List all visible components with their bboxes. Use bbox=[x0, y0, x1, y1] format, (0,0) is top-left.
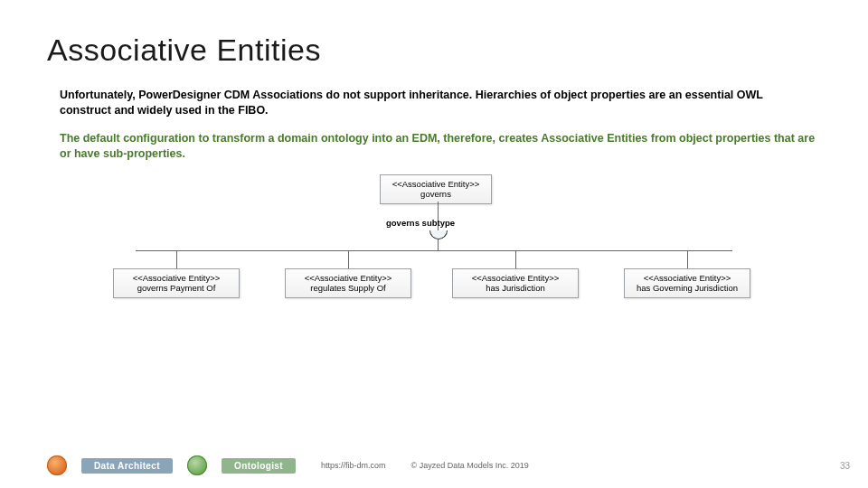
slide-title: Associative Entities bbox=[47, 33, 821, 68]
child-entity-box: <<Associative Entity>> has Governing Jur… bbox=[624, 268, 750, 299]
role-label-ontologist: Ontologist bbox=[222, 458, 296, 474]
connector-line bbox=[176, 250, 177, 268]
connector-line bbox=[515, 250, 516, 268]
child-entity-name: regulates Supply Of bbox=[310, 283, 385, 293]
inheritance-edge-label: governs subtype bbox=[386, 218, 455, 228]
body-paragraph-1: Unfortunately, PowerDesigner CDM Associa… bbox=[60, 88, 817, 118]
child-entity-name: has Governing Jurisdiction bbox=[637, 283, 738, 293]
inheritance-symbol-icon bbox=[429, 230, 448, 239]
child-entity-box: <<Associative Entity>> governs Payment O… bbox=[113, 268, 240, 299]
child-entity-name: governs Payment Of bbox=[137, 283, 216, 293]
connector-line bbox=[438, 239, 439, 250]
slide-footer: Data Architect Ontologist https://fib-dm… bbox=[47, 455, 850, 475]
child-entity-box: <<Associative Entity>> has Jurisdiction bbox=[452, 268, 579, 299]
connector-line bbox=[348, 250, 349, 268]
stereotype-label: <<Associative Entity>> bbox=[119, 273, 233, 284]
data-architect-avatar-icon bbox=[47, 455, 67, 475]
page-number: 33 bbox=[840, 461, 850, 471]
child-entity-box: <<Associative Entity>> regulates Supply … bbox=[285, 268, 411, 299]
footer-copyright: © Jayzed Data Models Inc. 2019 bbox=[411, 461, 529, 470]
parent-entity-name: governs bbox=[420, 189, 451, 199]
stereotype-label: <<Associative Entity>> bbox=[458, 273, 572, 284]
stereotype-label: <<Associative Entity>> bbox=[291, 273, 405, 284]
hierarchy-diagram: <<Associative Entity>> governs governs s… bbox=[81, 174, 787, 328]
child-entity-name: has Jurisdiction bbox=[486, 283, 544, 293]
connector-bar bbox=[136, 250, 732, 251]
parent-entity-box: <<Associative Entity>> governs bbox=[380, 174, 492, 205]
stereotype-label: <<Associative Entity>> bbox=[386, 179, 486, 190]
stereotype-label: <<Associative Entity>> bbox=[630, 273, 744, 284]
body-paragraph-2: The default configuration to transform a… bbox=[60, 131, 817, 162]
ontologist-avatar-icon bbox=[187, 455, 207, 475]
connector-line bbox=[687, 250, 688, 268]
role-label-data-architect: Data Architect bbox=[81, 458, 173, 474]
footer-url: https://fib-dm.com bbox=[321, 461, 386, 470]
